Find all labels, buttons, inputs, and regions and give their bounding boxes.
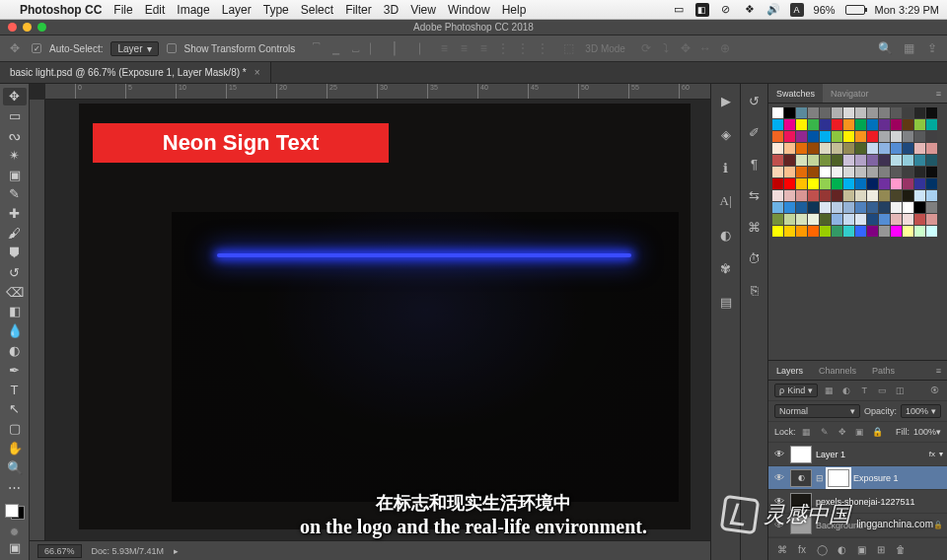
swap-panel-icon[interactable]: ⇆	[744, 184, 765, 206]
swatch[interactable]	[796, 167, 807, 177]
blend-mode-dropdown[interactable]: Normal▾	[774, 404, 860, 418]
filter-pixel-icon[interactable]: ▦	[822, 384, 836, 397]
swatch[interactable]	[914, 167, 925, 177]
swatch[interactable]	[784, 143, 795, 154]
wand-tool[interactable]: ✴	[3, 146, 27, 164]
align-left-icon[interactable]: ⎸	[366, 39, 384, 57]
move-tool[interactable]: ✥	[3, 88, 27, 105]
menubar-clock[interactable]: Mon 3:29 PM	[875, 4, 939, 16]
swatch[interactable]	[914, 178, 925, 189]
3d-mode-icon[interactable]: ⬚	[559, 39, 577, 57]
swatch[interactable]	[891, 167, 902, 177]
3d-panel-icon[interactable]: ◈	[715, 123, 737, 145]
swatch[interactable]	[820, 167, 831, 177]
layer-mask-thumb[interactable]	[828, 469, 849, 487]
history-brush-tool[interactable]: ↺	[3, 263, 27, 281]
swatch[interactable]	[796, 143, 807, 154]
swatch[interactable]	[820, 202, 831, 213]
swatch[interactable]	[891, 155, 902, 166]
swatch[interactable]	[820, 131, 831, 142]
swatch[interactable]	[820, 143, 831, 154]
distribute-bottom-icon[interactable]: ≡	[474, 39, 492, 57]
swatch[interactable]	[891, 131, 902, 142]
swatch[interactable]	[879, 143, 890, 154]
crop-tool[interactable]: ▣	[3, 166, 27, 183]
swatch[interactable]	[867, 226, 878, 237]
swatch[interactable]	[832, 107, 842, 118]
share-icon[interactable]: ⇪	[923, 39, 941, 57]
swatch[interactable]	[843, 167, 854, 177]
swatch[interactable]	[914, 190, 925, 201]
brushes-panel-icon[interactable]: ✐	[744, 121, 765, 143]
visibility-toggle[interactable]: 👁	[772, 449, 786, 459]
arrange-docs-icon[interactable]: ▦	[900, 39, 917, 57]
character-panel-icon[interactable]: A|	[715, 190, 737, 212]
swatch[interactable]	[772, 190, 783, 201]
tab-navigator[interactable]: Navigator	[823, 84, 877, 103]
swatch[interactable]	[772, 214, 783, 225]
swatch[interactable]	[926, 131, 937, 142]
swatch[interactable]	[843, 155, 854, 166]
swatch[interactable]	[808, 202, 819, 213]
new-group-icon[interactable]: ▣	[853, 541, 869, 557]
swatch[interactable]	[867, 119, 878, 130]
swatch[interactable]	[843, 107, 854, 118]
swatch[interactable]	[867, 190, 878, 201]
libraries-panel-icon[interactable]: ⌘	[744, 216, 765, 238]
patch-tool[interactable]: ✚	[3, 205, 27, 223]
swatch[interactable]	[855, 119, 866, 130]
swatch[interactable]	[832, 178, 842, 189]
swatch[interactable]	[843, 131, 854, 142]
swatch[interactable]	[832, 119, 842, 130]
link-layers-icon[interactable]: ⌘	[774, 541, 790, 557]
swatch[interactable]	[832, 155, 842, 166]
menubar-volume-icon[interactable]: 🔊	[766, 3, 780, 17]
new-layer-icon[interactable]: ⊞	[873, 541, 889, 557]
show-transform-checkbox[interactable]	[167, 43, 177, 53]
align-right-icon[interactable]: ⎹	[405, 39, 423, 57]
swatch[interactable]	[903, 178, 913, 189]
tab-swatches[interactable]: Swatches	[768, 84, 823, 103]
actions-panel-icon[interactable]: ▶	[715, 90, 737, 111]
menubar-dropbox-icon[interactable]: ❖	[743, 3, 757, 17]
3d-slide-icon[interactable]: ↔	[696, 39, 714, 57]
swatch[interactable]	[843, 202, 854, 213]
swatch[interactable]	[891, 143, 902, 154]
swatch[interactable]	[832, 226, 842, 237]
swatch[interactable]	[903, 214, 913, 225]
timeline-panel-icon[interactable]: ⏱	[744, 247, 765, 269]
swatch[interactable]	[843, 214, 854, 225]
menubar-link-icon[interactable]: ⊘	[719, 3, 733, 17]
swatch[interactable]	[784, 190, 795, 201]
3d-zoom-icon[interactable]: ⊕	[716, 39, 734, 57]
swatch[interactable]	[926, 155, 937, 166]
swatches-menu-icon[interactable]: ≡	[930, 84, 947, 103]
swatch[interactable]	[855, 107, 866, 118]
swatch[interactable]	[867, 131, 878, 142]
swatch[interactable]	[855, 226, 866, 237]
swatch[interactable]	[855, 190, 866, 201]
swatch[interactable]	[808, 155, 819, 166]
swatch[interactable]	[926, 214, 937, 225]
swatch[interactable]	[867, 143, 878, 154]
menu-layer[interactable]: Layer	[222, 3, 252, 17]
swatch[interactable]	[914, 226, 925, 237]
swatch[interactable]	[926, 107, 937, 118]
close-tab-icon[interactable]: ×	[255, 67, 260, 78]
stamp-tool[interactable]: ⛊	[3, 245, 27, 262]
swatch[interactable]	[879, 178, 890, 189]
gradient-tool[interactable]: ◧	[3, 303, 27, 320]
swatch[interactable]	[891, 190, 902, 201]
info-panel-icon[interactable]: ℹ	[715, 157, 737, 178]
3d-orbit-icon[interactable]: ⟳	[637, 39, 655, 57]
swatch[interactable]	[796, 226, 807, 237]
swatch[interactable]	[867, 167, 878, 177]
screen-mode[interactable]: ▣	[3, 538, 27, 556]
swatch[interactable]	[772, 119, 783, 130]
search-icon[interactable]: 🔍	[876, 39, 894, 57]
swatch[interactable]	[926, 119, 937, 130]
swatch[interactable]	[832, 202, 842, 213]
tab-paths[interactable]: Paths	[864, 361, 903, 380]
3d-pan-icon[interactable]: ✥	[677, 39, 694, 57]
swatch[interactable]	[903, 143, 913, 154]
